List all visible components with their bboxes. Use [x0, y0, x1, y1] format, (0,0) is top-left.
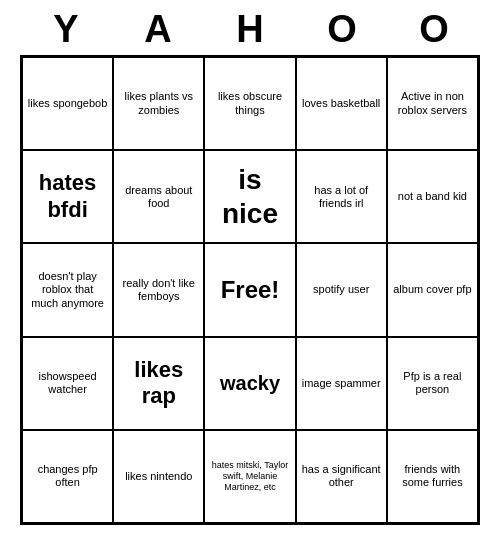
bingo-cell: Pfp is a real person — [387, 337, 478, 430]
header-letter: H — [210, 8, 290, 51]
bingo-cell: album cover pfp — [387, 243, 478, 336]
bingo-cell: friends with some furries — [387, 430, 478, 523]
bingo-cell: image spammer — [296, 337, 387, 430]
bingo-cell: likes spongebob — [22, 57, 113, 150]
bingo-cell: likes plants vs zombies — [113, 57, 204, 150]
bingo-cell: likes nintendo — [113, 430, 204, 523]
bingo-cell: has a significant other — [296, 430, 387, 523]
header-letter: O — [302, 8, 382, 51]
bingo-cell: Active in non roblox servers — [387, 57, 478, 150]
bingo-cell: not a band kid — [387, 150, 478, 243]
header-letter: O — [394, 8, 474, 51]
bingo-grid: likes spongeboblikes plants vs zombiesli… — [20, 55, 480, 525]
bingo-cell: changes pfp often — [22, 430, 113, 523]
header-letter: A — [118, 8, 198, 51]
bingo-cell: loves basketball — [296, 57, 387, 150]
bingo-cell: wacky — [204, 337, 295, 430]
bingo-cell: hates bfdi — [22, 150, 113, 243]
bingo-cell: spotify user — [296, 243, 387, 336]
bingo-cell: is nice — [204, 150, 295, 243]
bingo-cell: dreams about food — [113, 150, 204, 243]
bingo-cell: really don't like femboys — [113, 243, 204, 336]
bingo-header: YAHOO — [20, 0, 480, 55]
bingo-cell: likes obscure things — [204, 57, 295, 150]
bingo-cell: Free! — [204, 243, 295, 336]
header-letter: Y — [26, 8, 106, 51]
bingo-cell: doesn't play roblox that much anymore — [22, 243, 113, 336]
bingo-cell: hates mitski, Taylor swift, Melanie Mart… — [204, 430, 295, 523]
bingo-cell: has a lot of friends irl — [296, 150, 387, 243]
bingo-cell: ishowspeed watcher — [22, 337, 113, 430]
bingo-cell: likes rap — [113, 337, 204, 430]
